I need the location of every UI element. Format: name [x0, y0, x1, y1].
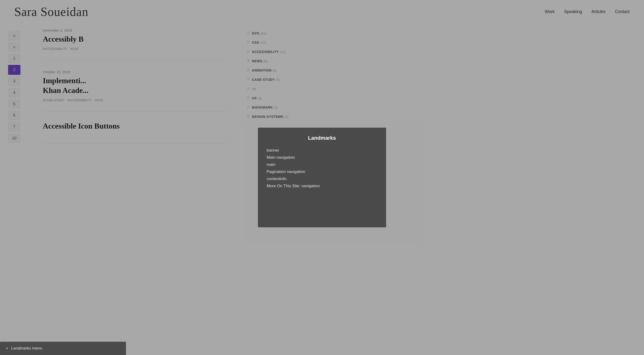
close-button[interactable]: × — [6, 346, 8, 350]
landmarks-title: Landmarks — [267, 135, 377, 141]
landmark-item[interactable]: Main navigation — [267, 154, 377, 161]
landmark-item[interactable]: More On This Site: navigation — [267, 182, 377, 190]
landmark-item[interactable]: banner — [267, 147, 377, 154]
landmarks-popup: Landmarks banner Main navigation main Pa… — [258, 128, 386, 228]
landmark-item[interactable]: main — [267, 161, 377, 168]
bottom-bar: × Landmarks menu — [0, 342, 126, 355]
landmark-item[interactable]: Pagination navigation — [267, 168, 377, 175]
landmarks-list: banner Main navigation main Pagination n… — [267, 147, 377, 190]
bottom-bar-label: Landmarks menu — [11, 346, 42, 351]
landmark-item[interactable]: contentinfo — [267, 175, 377, 182]
